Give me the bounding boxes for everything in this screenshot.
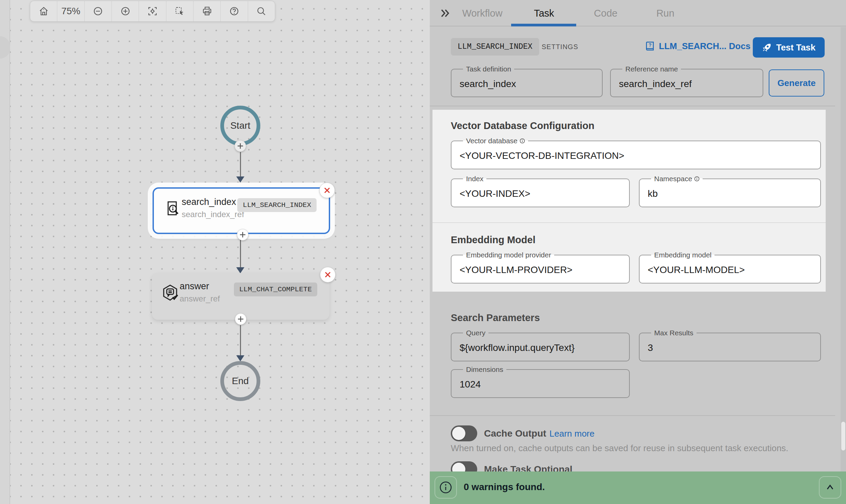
embedding-model-value: <YOUR-LLM-MODEL> <box>648 265 820 275</box>
search-icon <box>256 6 266 16</box>
task-definition-field[interactable]: Task definition search_index <box>451 65 603 97</box>
home-button[interactable] <box>30 1 57 21</box>
tab-workflow[interactable]: Workflow <box>457 0 508 26</box>
multi-select-icon <box>175 6 185 16</box>
add-task-after-answer-button[interactable] <box>235 313 246 325</box>
node-type-badge: LLM_CHAT_COMPLETE <box>234 283 317 296</box>
zoom-in-icon <box>120 6 130 16</box>
scrollbar-thumb[interactable] <box>841 422 845 450</box>
dimensions-value: 1024 <box>460 379 629 390</box>
collapse-warnings-button[interactable] <box>819 476 841 499</box>
reference-name-label: Reference name <box>625 65 678 73</box>
active-tab-indicator <box>511 24 576 26</box>
vector-database-field[interactable]: Vector database <YOUR-VECTOR-DB-INTEGRAT… <box>451 137 821 169</box>
remove-search-index-button[interactable] <box>319 183 335 198</box>
index-value: <YOUR-INDEX> <box>460 188 629 199</box>
embedding-provider-field[interactable]: Embedding model provider <YOUR-LLM-PROVI… <box>451 251 630 284</box>
zoom-out-icon <box>93 6 103 16</box>
plus-icon <box>237 316 244 322</box>
task-config-panel: Workflow Task Code Run LLM_SEARCH_INDEX … <box>430 0 846 504</box>
node-reference: search_index_ref <box>182 210 244 219</box>
docs-book-icon: ? <box>645 41 655 52</box>
cache-output-description: When turned on, cache outputs can be sav… <box>451 443 788 453</box>
help-icon <box>229 6 239 16</box>
namespace-label: Namespace <box>654 175 692 183</box>
print-icon <box>202 6 212 16</box>
start-node[interactable]: Start <box>220 106 260 146</box>
docs-link-label: LLM_SEARCH... Docs <box>659 41 751 52</box>
section-divider <box>430 106 835 106</box>
search-params-heading: Search Parameters <box>451 312 540 323</box>
info-circle-icon <box>439 481 453 494</box>
toggle-knob <box>452 427 465 440</box>
cache-output-toggle[interactable] <box>451 426 477 441</box>
panel-scrollbar[interactable] <box>841 27 846 471</box>
task-definition-label: Task definition <box>466 65 511 73</box>
info-icon <box>519 138 525 144</box>
edge-answer-to-end <box>240 325 241 356</box>
svg-text:?: ? <box>649 42 651 48</box>
test-task-label: Test Task <box>776 42 815 53</box>
warnings-bar: 0 warnings found. <box>430 471 846 504</box>
reference-name-field[interactable]: Reference name search_index_ref <box>610 65 763 97</box>
search-button[interactable] <box>248 1 275 21</box>
namespace-field[interactable]: Namespace kb <box>639 175 821 207</box>
warnings-text: 0 warnings found. <box>464 482 545 492</box>
multi-select-button[interactable] <box>166 1 194 21</box>
arrowhead-icon <box>236 355 244 361</box>
settings-tab[interactable]: SETTINGS <box>542 43 578 51</box>
search-index-task-icon <box>163 199 181 217</box>
fit-view-button[interactable] <box>139 1 166 21</box>
dimensions-label: Dimensions <box>466 365 503 374</box>
zoom-level-button[interactable]: 75% <box>57 1 84 21</box>
plus-icon <box>240 232 246 238</box>
task-node-search-index[interactable]: search_index search_index_ref LLM_SEARCH… <box>153 187 330 234</box>
tab-run[interactable]: Run <box>640 0 691 26</box>
card-divider <box>433 222 826 223</box>
task-definition-value: search_index <box>460 78 602 89</box>
remove-answer-button[interactable] <box>320 267 336 283</box>
query-label: Query <box>466 329 486 337</box>
rocket-icon <box>762 42 772 53</box>
section-divider <box>430 415 835 416</box>
vector-database-value: <YOUR-VECTOR-DB-INTEGRATION> <box>460 150 820 161</box>
max-results-field[interactable]: Max Results 3 <box>639 329 821 361</box>
add-task-after-start-button[interactable] <box>234 140 246 152</box>
embedding-model-field[interactable]: Embedding model <YOUR-LLM-MODEL> <box>639 251 821 284</box>
query-field[interactable]: Query ${workflow.input.queryText} <box>451 329 630 361</box>
canvas-toolbar: 75% <box>30 1 275 22</box>
dimensions-field[interactable]: Dimensions 1024 <box>451 365 630 398</box>
help-button[interactable] <box>221 1 248 21</box>
node-title: search_index <box>182 197 236 207</box>
answer-task-icon <box>161 284 179 302</box>
collapse-panel-button[interactable] <box>439 7 452 20</box>
namespace-value: kb <box>648 188 820 199</box>
tab-code[interactable]: Code <box>580 0 631 26</box>
zoom-in-button[interactable] <box>112 1 139 21</box>
add-task-after-search-index-button[interactable] <box>237 229 248 240</box>
generate-button[interactable]: Generate <box>769 69 824 96</box>
task-type-chip[interactable]: LLM_SEARCH_INDEX <box>451 38 539 56</box>
double-chevron-right-icon <box>440 8 451 19</box>
query-value: ${workflow.input.queryText} <box>460 342 629 353</box>
info-icon <box>694 176 700 182</box>
tab-task[interactable]: Task <box>518 0 569 26</box>
end-node-label: End <box>232 376 249 386</box>
end-node[interactable]: End <box>220 361 260 401</box>
zoom-out-button[interactable] <box>85 1 112 21</box>
warnings-info-button[interactable] <box>435 476 457 499</box>
print-button[interactable] <box>194 1 221 21</box>
chevron-up-icon <box>825 483 835 492</box>
docs-link[interactable]: ? LLM_SEARCH... Docs <box>645 41 751 52</box>
task-node-answer[interactable]: answer answer_ref LLM_CHAT_COMPLETE <box>152 273 330 320</box>
workflow-canvas[interactable]: 75% <box>0 0 430 504</box>
index-field[interactable]: Index <YOUR-INDEX> <box>451 175 630 207</box>
close-icon <box>324 271 332 279</box>
cache-output-label: Cache Output <box>484 428 546 439</box>
test-task-button[interactable]: Test Task <box>753 37 825 58</box>
embedding-provider-label: Embedding model provider <box>466 251 551 259</box>
learn-more-link[interactable]: Learn more <box>549 429 595 439</box>
embedding-provider-value: <YOUR-LLM-PROVIDER> <box>460 265 629 275</box>
fit-view-icon <box>147 6 158 16</box>
index-label: Index <box>466 175 483 183</box>
